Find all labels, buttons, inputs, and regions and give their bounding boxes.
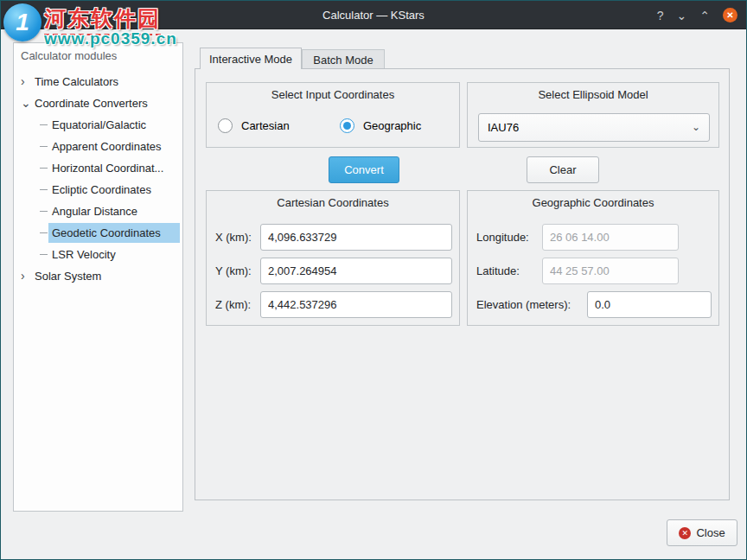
tab-batch-mode[interactable]: Batch Mode (302, 49, 385, 69)
close-window-icon[interactable]: ✕ (723, 8, 737, 22)
close-red-x-icon: ✕ (679, 527, 691, 539)
select-input-coordinates-group: Select Input Coordinates Cartesian Geogr… (206, 82, 460, 148)
geographic-coordinates-group: Geographic Coordinates Longitude: Latitu… (467, 190, 719, 326)
sidebar-item-geodetic-coordinates[interactable]: Geodetic Coordinates (14, 222, 182, 244)
longitude-field (542, 224, 679, 251)
watermark-logo-icon: 1 (3, 3, 42, 41)
sidebar-item-label: Apparent Coordinates (52, 136, 161, 157)
tree-branch-icon (40, 211, 48, 212)
chevron-up-icon[interactable]: ⌃ (699, 9, 710, 22)
tree-branch-icon (40, 168, 48, 169)
calculator-modules-panel: Calculator modules › Time Calculators ⌄ … (13, 42, 183, 512)
y-km-label: Y (km): (215, 258, 252, 284)
sidebar-item-label: Equatorial/Galactic (52, 114, 146, 136)
geographic-radio-label[interactable]: Geographic (363, 115, 421, 137)
sidebar-item-label: Angular Distance (52, 200, 137, 222)
group-title: Select Input Coordinates (207, 88, 459, 101)
sidebar-item-label: Time Calculators (35, 71, 118, 92)
chevron-down-icon: ⌄ (692, 114, 700, 141)
sidebar-item-label: LSR Velocity (52, 244, 116, 265)
y-km-field[interactable] (260, 258, 452, 284)
tree-branch-icon (40, 232, 48, 233)
longitude-label: Longitude: (476, 224, 529, 251)
clear-button[interactable]: Clear (527, 156, 599, 183)
chevron-right-icon[interactable]: › (21, 265, 25, 287)
cartesian-radio-label[interactable]: Cartesian (241, 115, 290, 137)
close-button[interactable]: ✕ Close (667, 519, 737, 546)
chevron-down-icon[interactable]: ⌄ (21, 92, 31, 114)
tree-branch-icon (40, 146, 48, 147)
tree-branch-icon (40, 189, 48, 190)
sidebar-item-angular-distance[interactable]: Angular Distance (14, 200, 182, 222)
chevron-right-icon[interactable]: › (21, 71, 25, 92)
sidebar-item-horizontal-coordinates[interactable]: Horizontal Coordinat... (14, 157, 182, 179)
group-title: Select Ellipsoid Model (468, 88, 718, 101)
ellipsoid-model-select[interactable]: IAU76 ⌄ (478, 113, 710, 142)
x-km-field[interactable] (260, 224, 452, 251)
sidebar-item-ecliptic-coordinates[interactable]: Ecliptic Coordinates (14, 179, 182, 200)
cartesian-radio[interactable] (218, 118, 233, 133)
sidebar-item-label: Horizontal Coordinat... (52, 157, 163, 179)
elevation-label: Elevation (meters): (476, 291, 571, 318)
kstars-calculator-window: Calculator — KStars ? ⌄ ⌃ ✕ 1 河东软件园 www.… (0, 0, 747, 560)
sidebar-item-lsr-velocity[interactable]: LSR Velocity (14, 244, 182, 265)
titlebar-controls: ? ⌄ ⌃ ✕ (657, 1, 737, 29)
tree-branch-icon (40, 124, 48, 125)
cartesian-coordinates-group: Cartesian Coordinates X (km): Y (km): Z … (206, 190, 460, 326)
close-button-label: Close (696, 526, 725, 539)
sidebar-item-coordinate-converters[interactable]: ⌄ Coordinate Converters (14, 92, 182, 114)
group-title: Cartesian Coordinates (207, 196, 459, 209)
chevron-down-icon[interactable]: ⌄ (677, 9, 687, 22)
z-km-label: Z (km): (215, 291, 251, 318)
help-icon[interactable]: ? (657, 9, 664, 22)
sidebar-item-label: Solar System (35, 265, 101, 287)
sidebar-item-label: Coordinate Converters (35, 92, 148, 114)
elevation-field[interactable] (587, 291, 712, 318)
z-km-field[interactable] (260, 291, 452, 318)
latitude-field (542, 258, 679, 284)
geographic-radio[interactable] (340, 118, 354, 133)
modules-header: Calculator modules (21, 49, 117, 62)
tree-branch-icon (40, 254, 48, 255)
sidebar-item-equatorial-galactic[interactable]: Equatorial/Galactic (14, 114, 182, 136)
tab-content-panel: Select Input Coordinates Cartesian Geogr… (195, 68, 730, 500)
sidebar-item-apparent-coordinates[interactable]: Apparent Coordinates (14, 136, 182, 157)
watermark-site-url: www.pc0359.cn (44, 29, 177, 48)
sidebar-item-solar-system[interactable]: › Solar System (14, 265, 182, 287)
latitude-label: Latitude: (476, 258, 520, 284)
tab-interactive-mode[interactable]: Interactive Mode (200, 48, 302, 69)
ellipsoid-selected-value: IAU76 (488, 114, 519, 141)
convert-button[interactable]: Convert (329, 156, 399, 183)
select-ellipsoid-model-group: Select Ellipsoid Model IAU76 ⌄ (467, 82, 719, 148)
x-km-label: X (km): (215, 224, 252, 251)
sidebar-item-label: Ecliptic Coordinates (52, 179, 151, 200)
group-title: Geographic Coordinates (468, 196, 718, 209)
sidebar-item-label: Geodetic Coordinates (52, 222, 161, 244)
sidebar-item-time-calculators[interactable]: › Time Calculators (14, 71, 182, 92)
